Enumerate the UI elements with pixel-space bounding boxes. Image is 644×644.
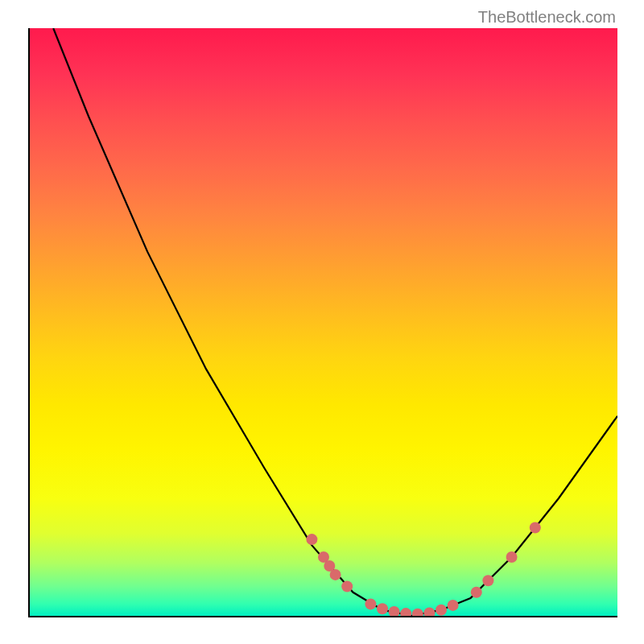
highlight-point — [412, 609, 423, 616]
highlight-point — [471, 587, 482, 598]
highlight-point — [330, 569, 341, 580]
chart-container: TheBottleneck.com — [0, 0, 644, 644]
highlight-point — [436, 605, 447, 616]
curve-svg — [30, 28, 617, 616]
highlight-point — [341, 581, 353, 592]
highlight-point — [448, 600, 459, 611]
highlight-point — [506, 551, 518, 563]
highlight-point — [318, 551, 329, 563]
plot-area — [28, 28, 617, 617]
highlight-point — [482, 575, 493, 586]
watermark-text: TheBottleneck.com — [478, 8, 616, 27]
highlight-point — [389, 606, 400, 616]
highlight-point — [423, 607, 435, 616]
highlight-point — [377, 603, 388, 614]
bottleneck-curve — [53, 28, 617, 616]
highlight-point — [400, 608, 411, 616]
highlight-point — [306, 534, 317, 545]
highlight-markers — [306, 522, 540, 617]
highlight-point — [365, 598, 376, 609]
highlight-point — [324, 560, 335, 572]
highlight-point — [530, 522, 541, 534]
